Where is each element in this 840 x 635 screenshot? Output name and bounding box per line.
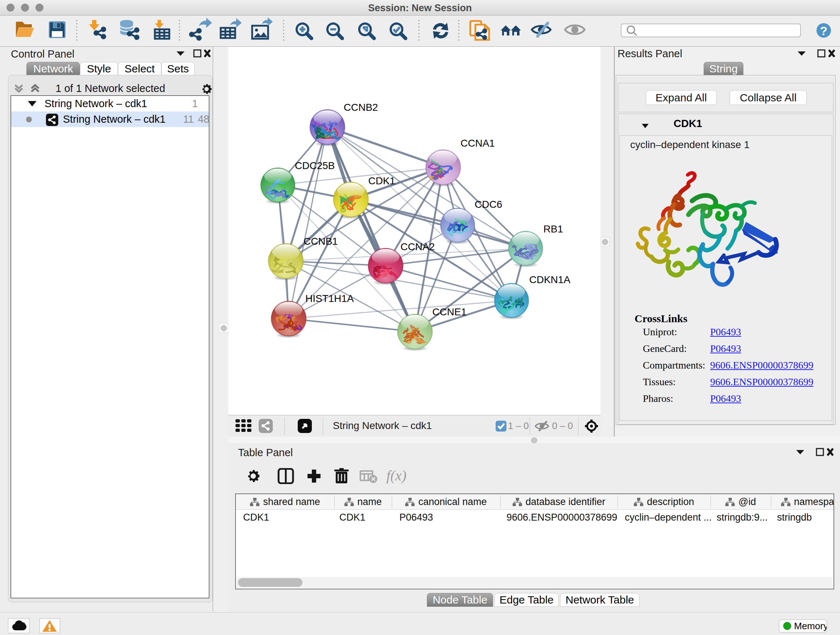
- svg-text:CDKN1A: CDKN1A: [529, 274, 570, 285]
- svg-text:CDK1: CDK1: [368, 175, 395, 187]
- svg-text:CCNA1: CCNA1: [461, 138, 495, 149]
- svg-text:CDC25B: CDC25B: [295, 160, 335, 171]
- svg-text:CCNA2: CCNA2: [401, 241, 435, 252]
- svg-text:CCNB2: CCNB2: [344, 102, 378, 113]
- svg-text:?: ?: [820, 24, 828, 38]
- svg-text:CDC6: CDC6: [475, 199, 502, 210]
- svg-text:CCNE1: CCNE1: [432, 306, 467, 318]
- svg-text:CCNB1: CCNB1: [303, 236, 338, 247]
- svg-text:HIST1H1A: HIST1H1A: [305, 293, 354, 304]
- svg-text:f(x): f(x): [386, 468, 407, 484]
- svg-text:RB1: RB1: [543, 223, 563, 234]
